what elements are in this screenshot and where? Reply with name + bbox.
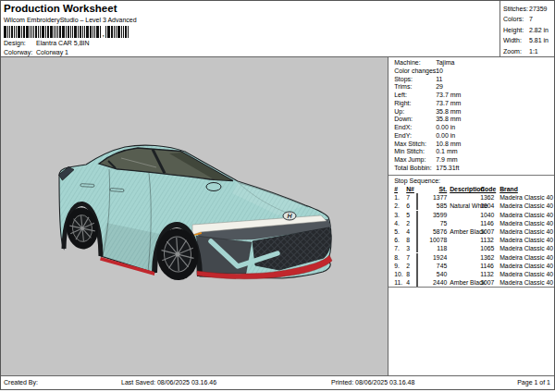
cell-needle: 2 xyxy=(406,262,416,270)
cell-stitches: 540 xyxy=(426,270,450,278)
machine-info-row: Max Stitch: 10.8 mm xyxy=(394,141,552,149)
stat-label: Stitches: xyxy=(503,4,529,14)
machine-info-label: Machine: xyxy=(394,59,436,67)
stat-row: Height: 2.82 in xyxy=(503,25,554,35)
cell-needle: 6 xyxy=(406,202,416,210)
machine-info-value: 73.7 mm xyxy=(436,100,552,108)
cell-code: 1007 xyxy=(480,227,500,236)
table-bottom-divider xyxy=(388,287,554,288)
machine-info-row: Max Jump: 7.9 mm xyxy=(394,156,552,165)
cell-needle: 8 xyxy=(406,236,416,244)
header-left: Production Worksheet Wilcom EmbroiderySt… xyxy=(1,1,500,56)
printed-label: Printed: 08/06/2025 03.16.48 xyxy=(331,379,414,386)
cell-brand: Madeira Classic 40 xyxy=(500,219,553,227)
stat-label: Height: xyxy=(503,25,529,35)
design-canvas: H xyxy=(1,57,388,375)
machine-info-label: Trims: xyxy=(394,83,436,92)
cell-description: Natural White xyxy=(450,202,480,210)
cell-stitches: 118 xyxy=(426,244,450,252)
side-mirror xyxy=(206,183,221,191)
cell-brand: Madeira Classic 40 xyxy=(500,253,553,262)
stop-sequence-header: # N# St. Description Code Brand xyxy=(394,185,553,193)
cell-seq: 6. xyxy=(394,236,406,244)
stat-value: 2.82 in xyxy=(529,25,554,35)
stat-label: Zoom: xyxy=(503,46,529,56)
cell-seq: 2. xyxy=(394,202,406,210)
production-worksheet-page: Production Worksheet Wilcom EmbroiderySt… xyxy=(0,0,555,390)
machine-info-value: 10 xyxy=(436,67,552,76)
stop-sequence: Stop Sequence: # N# St. Description Code… xyxy=(388,176,554,288)
machine-info-label: Max Jump: xyxy=(394,156,436,165)
cell-code: 1132 xyxy=(480,270,500,278)
machine-info: Machine: Tajima Color changes: 10 Stops:… xyxy=(388,57,554,175)
cell-code: 1040 xyxy=(480,211,500,219)
thread-color-swatch xyxy=(416,227,426,236)
machine-info-label: EndX: xyxy=(394,124,436,132)
cell-brand: Madeira Classic 40 xyxy=(500,270,553,278)
machine-info-row: Right: 73.7 mm xyxy=(394,100,552,108)
cell-stitches: 1377 xyxy=(426,193,450,202)
stat-row: Colors: 7 xyxy=(503,14,554,24)
col-header-seq: # xyxy=(394,185,406,193)
stat-row: Zoom: 1:1 xyxy=(503,46,554,56)
thread-color-swatch xyxy=(416,202,426,210)
col-header-needle: N# xyxy=(406,185,416,193)
footer-bar: Created By: Last Saved: 08/06/2025 03.16… xyxy=(1,375,554,389)
thread-color-swatch xyxy=(416,278,426,287)
stat-label: Width: xyxy=(503,35,529,45)
colorway-row: Colorway: Colorway 1 xyxy=(4,48,500,57)
cell-brand: Madeira Classic 40 xyxy=(500,211,553,219)
stop-sequence-row: 4. 2 75 1146 Madeira Classic 40 xyxy=(394,219,553,227)
stop-sequence-row: 7. 3 118 1065 Madeira Classic 40 xyxy=(394,244,553,252)
cell-needle: 4 xyxy=(406,278,416,287)
machine-info-label: Left: xyxy=(394,92,436,100)
cell-code: 1004 xyxy=(480,202,500,210)
cell-code: 1146 xyxy=(480,262,500,270)
machine-info-row: Color changes: 10 xyxy=(394,67,552,76)
thread-color-swatch xyxy=(416,262,426,270)
cell-stitches: 2440 xyxy=(426,278,450,287)
machine-info-row: Total Bobbin: 175.31ft xyxy=(394,165,552,173)
machine-info-row: EndY: 0.00 in xyxy=(394,132,552,141)
design-label: Design: xyxy=(4,39,36,48)
stop-sequence-row: 11. 4 2440 Amber Black 1007 Madeira Clas… xyxy=(394,278,553,287)
stop-sequence-row: 1. 7 1377 1362 Madeira Classic 40 xyxy=(394,193,553,202)
app-subtitle: Wilcom EmbroideryStudio – Level 3 Advanc… xyxy=(4,16,500,24)
machine-info-label: Total Bobbin: xyxy=(394,165,436,173)
cell-needle: 5 xyxy=(406,211,416,219)
cell-brand: Madeira Classic 40 xyxy=(500,244,553,252)
machine-info-value: 35.8 mm xyxy=(436,116,552,124)
cell-code: 1146 xyxy=(480,219,500,227)
cell-description: Amber Black xyxy=(450,227,480,236)
cell-needle: 8 xyxy=(406,270,416,278)
cell-brand: Madeira Classic 40 xyxy=(500,202,553,210)
cell-code: 1362 xyxy=(480,253,500,262)
machine-info-value: Tajima xyxy=(436,59,552,67)
stop-sequence-row: 10. 8 540 1132 Madeira Classic 40 xyxy=(394,270,553,278)
stat-label: Colors: xyxy=(503,14,529,24)
page-number: Page 1 of 1 xyxy=(517,379,550,386)
car-design: H xyxy=(56,145,334,282)
stat-value: 1:1 xyxy=(529,46,554,56)
machine-info-row: Machine: Tajima xyxy=(394,59,552,67)
machine-info-value: 0.00 in xyxy=(436,124,552,132)
stats-box: Stitches: 27359 Colors: 7 Height: 2.82 i… xyxy=(500,1,554,56)
machine-info-label: Down: xyxy=(394,116,436,124)
cell-stitches: 3599 xyxy=(426,211,450,219)
stop-sequence-row: 9. 2 745 1146 Madeira Classic 40 xyxy=(394,262,553,270)
machine-info-label: Up: xyxy=(394,108,436,116)
stop-sequence-title: Stop Sequence: xyxy=(394,177,553,186)
cell-needle: 3 xyxy=(406,244,416,252)
machine-info-row: Stops: 11 xyxy=(394,76,552,84)
stop-sequence-row: 3. 5 3599 1040 Madeira Classic 40 xyxy=(394,211,553,219)
cell-seq: 10. xyxy=(394,270,406,278)
stop-sequence-row: 5. 4 5876 Amber Black 1007 Madeira Class… xyxy=(394,227,553,236)
machine-info-value: 0.1 mm xyxy=(436,148,552,156)
col-header-st: St. xyxy=(426,185,450,193)
cell-description: Amber Black xyxy=(450,278,480,287)
thread-color-swatch xyxy=(416,244,426,252)
machine-info-value: 0.00 in xyxy=(436,132,552,141)
machine-info-row: EndX: 0.00 in xyxy=(394,124,552,132)
col-header-description: Description xyxy=(450,185,480,193)
cell-seq: 11. xyxy=(394,278,406,287)
